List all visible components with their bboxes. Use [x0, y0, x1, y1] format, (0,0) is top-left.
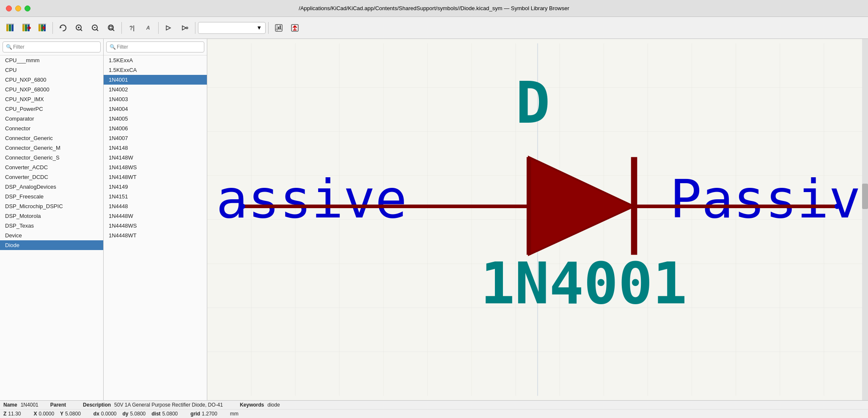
library-item[interactable]: Converter_ACDC	[0, 162, 103, 172]
export-button[interactable]	[287, 20, 302, 36]
sym-filter-input[interactable]	[106, 41, 204, 52]
symbol-item[interactable]: 1N4005	[104, 114, 207, 124]
symbol-item[interactable]: 1.5KExxCA	[104, 65, 207, 75]
svg-rect-1	[9, 25, 11, 31]
separator-5	[268, 22, 269, 34]
canvas-scrollbar[interactable]	[862, 39, 868, 400]
canvas-scrollbar-thumb[interactable]	[862, 184, 868, 209]
toolbar: ?| A ▼	[0, 17, 868, 39]
symbol-item[interactable]: 1N4002	[104, 85, 207, 94]
library-item[interactable]: DSP_AnalogDevices	[0, 182, 103, 192]
library-item[interactable]: CPU	[0, 65, 103, 75]
buf-gate-button[interactable]	[161, 20, 176, 36]
load-library-button[interactable]	[3, 20, 18, 36]
symbol-item[interactable]: 1N4004	[104, 104, 207, 114]
library-item[interactable]: DSP_Texas	[0, 221, 103, 231]
info-row: Name 1N4001 Parent Description 50V 1A Ge…	[0, 401, 868, 410]
symbol-item[interactable]: 1N4148W	[104, 153, 207, 162]
symbol-item[interactable]: 1N4151	[104, 192, 207, 201]
library-item[interactable]: CPU_PowerPC	[0, 104, 103, 114]
library-item[interactable]: DSP_Motorola	[0, 211, 103, 221]
export-symbol-button[interactable]	[35, 20, 50, 36]
unit-value: mm	[230, 411, 239, 417]
library-item[interactable]: CPU_NXP_IMX	[0, 94, 103, 104]
library-item[interactable]: Connector_Generic_S	[0, 153, 103, 162]
svg-rect-0	[6, 25, 8, 31]
svg-text:Passiv: Passiv	[670, 168, 860, 230]
library-item[interactable]: Connector	[0, 124, 103, 133]
zoom-in-button[interactable]	[71, 20, 87, 36]
library-item[interactable]: CPU_NXP_68000	[0, 85, 103, 94]
close-button[interactable]	[6, 6, 12, 11]
svg-rect-23	[278, 27, 279, 29]
parent-label: Parent	[50, 402, 66, 408]
separator-3	[158, 22, 159, 34]
keywords-label: Keywords	[240, 402, 264, 408]
library-item[interactable]: DSP_Freescale	[0, 192, 103, 201]
statusbar: Name 1N4001 Parent Description 50V 1A Ge…	[0, 400, 868, 418]
unit-dropdown[interactable]: ▼	[198, 22, 266, 34]
lib-filter-input[interactable]	[3, 41, 101, 52]
load-symbol-button[interactable]	[19, 20, 34, 36]
symbol-item[interactable]: 1N4006	[104, 124, 207, 133]
symbol-item[interactable]: 1N4148WT	[104, 172, 207, 182]
view-graph-button[interactable]	[271, 20, 286, 36]
zoom-fit-button[interactable]	[104, 20, 119, 36]
minimize-button[interactable]	[15, 6, 21, 11]
zoom-out-button[interactable]	[88, 20, 103, 36]
description-value: 50V 1A General Purpose Rectifier Diode, …	[114, 402, 223, 408]
traffic-lights	[6, 6, 30, 11]
inv-gate-button[interactable]	[177, 20, 192, 36]
library-item[interactable]: Connector_Generic	[0, 133, 103, 143]
symbol-item[interactable]: 1N4448	[104, 201, 207, 211]
dx-value: 0.0000	[101, 411, 117, 417]
svg-rect-24	[280, 25, 281, 29]
y-value: 5.0800	[65, 411, 81, 417]
symbol-item[interactable]: 1N4149	[104, 182, 207, 192]
canvas-area[interactable]: D 1N4001 assive Passiv	[207, 39, 868, 400]
x-coord: X 0.0000 Y 5.0800	[33, 411, 80, 417]
symbol-item[interactable]: 1N4448WT	[104, 231, 207, 240]
unit-coord: mm	[230, 411, 239, 417]
library-item[interactable]: Diode	[0, 240, 103, 250]
library-item[interactable]: Comparator	[0, 114, 103, 124]
label-icon: A	[146, 25, 150, 31]
library-item[interactable]: CPU_NXP_6800	[0, 75, 103, 85]
svg-text:D: D	[516, 69, 550, 136]
z-value: 11.30	[8, 411, 21, 417]
titlebar: /Applications/KiCad/KiCad.app/Contents/S…	[0, 0, 868, 17]
svg-rect-6	[38, 25, 41, 31]
main-content: 🔍 CPU___mmmCPUCPU_NXP_6800CPU_NXP_68000C…	[0, 39, 868, 400]
svg-line-12	[80, 29, 82, 31]
coord-row: Z 11.30 X 0.0000 Y 5.0800 dx 0.0000 dy 5…	[0, 410, 868, 418]
dy-label: dy	[123, 411, 129, 417]
dist-label: dist	[151, 411, 160, 417]
library-item[interactable]: CPU___mmm	[0, 55, 103, 65]
symbol-item[interactable]: 1N4448WS	[104, 221, 207, 231]
library-item[interactable]: Connector_Generic_M	[0, 143, 103, 153]
svg-text:assive: assive	[216, 168, 407, 230]
library-item[interactable]: DSP_Microchip_DSPIC	[0, 201, 103, 211]
svg-line-15	[96, 29, 98, 31]
symbol-item[interactable]: 1N4007	[104, 133, 207, 143]
symbol-item[interactable]: 1N4148	[104, 143, 207, 153]
library-item[interactable]: Device	[0, 231, 103, 240]
help-button[interactable]: ?|	[124, 20, 140, 36]
separator-4	[195, 22, 195, 34]
grid-coord: grid 1.2700	[190, 411, 217, 417]
symbol-item[interactable]: 1N4448W	[104, 211, 207, 221]
refresh-button[interactable]	[55, 20, 71, 36]
grid-label: grid	[190, 411, 200, 417]
maximize-button[interactable]	[25, 6, 30, 11]
symbol-item[interactable]: 1N4003	[104, 94, 207, 104]
symbol-item[interactable]: 1N4001	[104, 75, 207, 85]
description-cell: Description 50V 1A General Purpose Recti…	[83, 402, 223, 408]
canvas-svg: D 1N4001 assive Passiv	[207, 39, 868, 400]
label-button[interactable]: A	[140, 20, 156, 36]
symbol-item[interactable]: 1N4148WS	[104, 162, 207, 172]
symbol-panel: 🔍 1.5KExxA1.5KExxCA1N40011N40021N40031N4…	[104, 39, 207, 400]
window-title: /Applications/KiCad/KiCad.app/Contents/S…	[299, 5, 569, 11]
library-item[interactable]: Converter_DCDC	[0, 172, 103, 182]
symbol-item[interactable]: 1.5KExxA	[104, 55, 207, 65]
name-label: Name	[3, 402, 17, 408]
